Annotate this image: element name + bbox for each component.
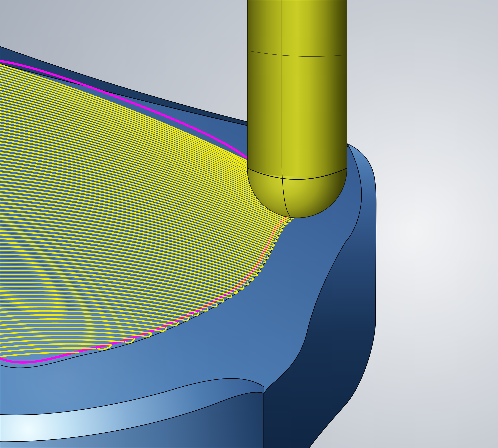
ball-nose-cutter xyxy=(247,0,347,218)
cad-viewport[interactable] xyxy=(0,0,498,448)
viewport-3d-scene xyxy=(0,0,498,448)
